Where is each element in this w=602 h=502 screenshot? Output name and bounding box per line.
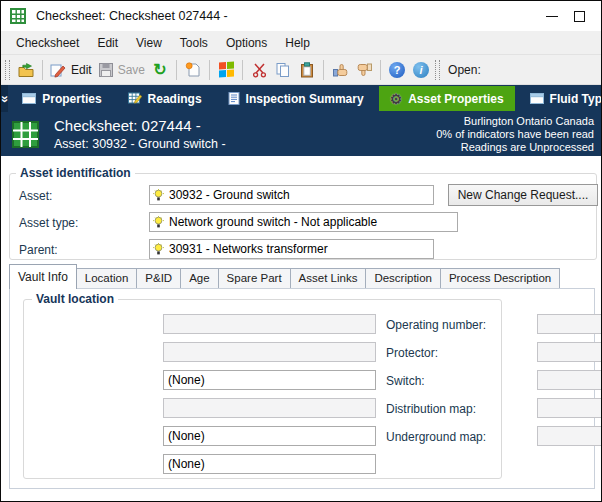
paste-icon bbox=[299, 62, 315, 78]
double-chevron-down-icon: » bbox=[0, 95, 10, 102]
vault-field bbox=[163, 342, 376, 362]
new-page-button[interactable] bbox=[181, 58, 205, 82]
toolbar: Edit Save ↻ bbox=[1, 54, 601, 85]
subtab-vault-info[interactable]: Vault Info bbox=[9, 264, 77, 289]
switch-field bbox=[537, 370, 602, 390]
tab-properties[interactable]: Properties bbox=[11, 86, 112, 111]
window-icon bbox=[22, 92, 36, 105]
asset-label: Asset: bbox=[19, 189, 52, 203]
status-indicators: 0% of indicators have been read bbox=[436, 128, 594, 141]
protector-field bbox=[537, 342, 602, 362]
save-button: Save bbox=[95, 58, 148, 82]
window-icon bbox=[530, 92, 544, 105]
new-page-icon bbox=[185, 62, 201, 78]
subtab-age[interactable]: Age bbox=[180, 268, 218, 289]
help-icon: ? bbox=[389, 62, 405, 78]
underground-map-label: Underground map: bbox=[386, 430, 486, 444]
menu-options[interactable]: Options bbox=[217, 33, 276, 53]
edit-button-label: Edit bbox=[71, 63, 92, 77]
cut-icon bbox=[252, 62, 267, 78]
menu-help[interactable]: Help bbox=[276, 33, 319, 53]
parent-field[interactable]: 30931 - Networks transformer bbox=[149, 239, 434, 259]
parent-value: 30931 - Networks transformer bbox=[169, 242, 328, 256]
network-location-field[interactable]: (None) bbox=[163, 454, 376, 474]
lightbulb-icon bbox=[153, 216, 164, 229]
main-tab-bar: » Properties Readings Inspection Summary bbox=[1, 85, 601, 112]
menu-view[interactable]: View bbox=[127, 33, 171, 53]
tab-label: Readings bbox=[148, 92, 202, 106]
windows-button[interactable] bbox=[214, 58, 238, 82]
save-icon bbox=[98, 62, 114, 78]
thumbs-down-icon bbox=[356, 62, 373, 78]
group-title: Vault location bbox=[32, 292, 118, 306]
windows-logo-icon bbox=[219, 61, 234, 77]
asset-field[interactable]: 30932 - Ground switch bbox=[149, 185, 434, 205]
toolbar-grip[interactable] bbox=[5, 60, 10, 80]
checksheet-window: Checksheet: Checksheet 027444 - Checkshe… bbox=[0, 0, 602, 502]
collapse-tabs-button[interactable]: » bbox=[1, 85, 8, 112]
thumbs-down-button[interactable] bbox=[352, 58, 376, 82]
info-icon: i bbox=[413, 62, 429, 78]
info-button[interactable]: i bbox=[409, 58, 433, 82]
new-change-request-button[interactable]: New Change Request.... bbox=[448, 184, 598, 206]
asset-properties-page: Asset identification Asset: 30932 - Grou… bbox=[1, 156, 601, 501]
app-grid-icon bbox=[10, 8, 26, 24]
copy-button[interactable] bbox=[271, 58, 295, 82]
subtab-spare-part[interactable]: Spare Part bbox=[218, 268, 291, 289]
tab-readings[interactable]: Readings bbox=[117, 86, 213, 111]
feeder-field[interactable]: (None) bbox=[163, 370, 376, 390]
subtab-process-description[interactable]: Process Description bbox=[440, 268, 560, 289]
menu-tools[interactable]: Tools bbox=[171, 33, 217, 53]
paste-button[interactable] bbox=[295, 58, 319, 82]
status-location: Burlington Ontario Canada bbox=[436, 115, 594, 128]
network-group-field[interactable]: (None) bbox=[163, 426, 376, 446]
header-asset-subtitle: Asset: 30932 - Ground switch - bbox=[54, 137, 226, 151]
checksheet-grid-icon bbox=[12, 121, 39, 148]
open-folder-icon bbox=[17, 62, 35, 78]
minimize-button[interactable] bbox=[546, 11, 558, 22]
window-title: Checksheet: Checksheet 027444 - bbox=[36, 9, 228, 23]
tab-fluid-types[interactable]: Fluid Types bbox=[519, 86, 602, 111]
detail-tab-strip: Vault Info Location P&ID Age Spare Part … bbox=[9, 264, 559, 289]
header-title: Checksheet: 027444 - bbox=[54, 117, 226, 134]
group-title: Asset identification bbox=[16, 166, 135, 180]
refresh-button[interactable]: ↻ bbox=[148, 58, 172, 82]
cut-button[interactable] bbox=[247, 58, 271, 82]
lightbulb-icon bbox=[153, 243, 164, 256]
underground-map-field bbox=[537, 426, 602, 446]
toolbar-grip-2[interactable] bbox=[435, 60, 440, 80]
subtab-asset-links[interactable]: Asset Links bbox=[290, 268, 367, 289]
copy-icon bbox=[275, 62, 291, 78]
document-icon bbox=[228, 92, 240, 105]
thumbs-up-icon bbox=[332, 62, 349, 78]
tab-label: Fluid Types bbox=[550, 92, 602, 106]
feeder-value: (None) bbox=[168, 373, 205, 387]
refresh-icon: ↻ bbox=[153, 62, 166, 78]
parent-label: Parent: bbox=[19, 243, 58, 257]
asset-type-field[interactable]: Network ground switch - Not applicable bbox=[149, 212, 458, 232]
edit-button[interactable]: Edit bbox=[47, 58, 95, 82]
maximize-button[interactable] bbox=[574, 11, 585, 22]
open-folder-button[interactable] bbox=[14, 58, 38, 82]
subtab-location[interactable]: Location bbox=[76, 268, 137, 289]
subtab-description[interactable]: Description bbox=[365, 268, 441, 289]
table-pencil-icon bbox=[128, 92, 142, 105]
lightbulb-icon bbox=[153, 189, 164, 202]
tab-asset-properties[interactable]: ⚙ Asset Properties bbox=[379, 86, 515, 111]
edit-icon bbox=[50, 62, 67, 78]
subtab-pid[interactable]: P&ID bbox=[136, 268, 181, 289]
menu-checksheet[interactable]: Checksheet bbox=[7, 33, 88, 53]
vault-position-field bbox=[163, 398, 376, 418]
menu-bar: Checksheet Edit View Tools Options Help bbox=[1, 31, 601, 54]
tech-id-field bbox=[163, 314, 376, 334]
gear-icon: ⚙ bbox=[390, 92, 403, 106]
network-group-value: (None) bbox=[168, 429, 205, 443]
thumbs-up-button[interactable] bbox=[328, 58, 352, 82]
help-button[interactable]: ? bbox=[385, 58, 409, 82]
distribution-map-label: Distribution map: bbox=[386, 402, 476, 416]
checksheet-header: Checksheet: 027444 - Asset: 30932 - Grou… bbox=[1, 112, 601, 156]
tab-inspection-summary[interactable]: Inspection Summary bbox=[217, 86, 375, 111]
open-label: Open: bbox=[448, 63, 481, 77]
menu-edit[interactable]: Edit bbox=[88, 33, 127, 53]
network-location-value: (None) bbox=[168, 457, 205, 471]
